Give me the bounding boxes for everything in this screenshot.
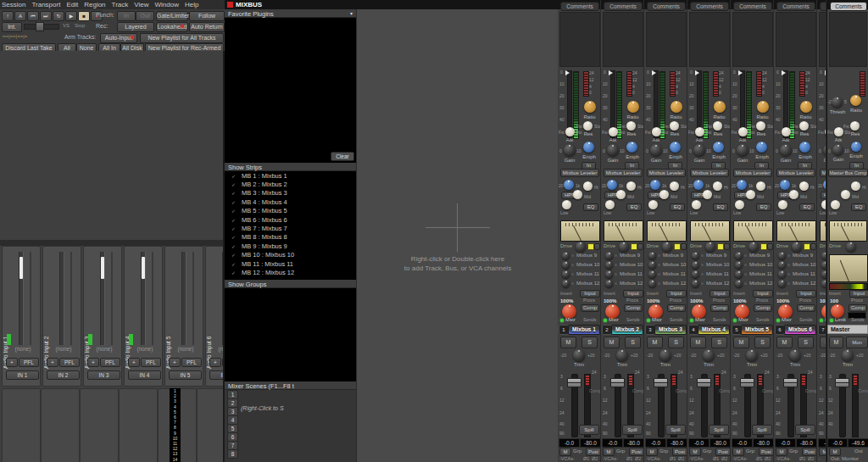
eq-hi-knob[interactable] bbox=[583, 181, 593, 191]
pan-knob[interactable] bbox=[821, 304, 826, 319]
ratio-knob[interactable] bbox=[584, 101, 596, 113]
attack-knob[interactable] bbox=[834, 127, 843, 136]
gate-limiter-button[interactable]: Gate/Limiter bbox=[156, 11, 188, 21]
input-button[interactable]: IN 4 bbox=[128, 370, 161, 380]
trim-knob[interactable] bbox=[746, 349, 758, 361]
send-knob[interactable] bbox=[605, 252, 613, 259]
recorder-fader-track[interactable] bbox=[181, 252, 186, 345]
send-knob[interactable] bbox=[648, 280, 656, 287]
tape-sat-led[interactable] bbox=[674, 243, 681, 250]
polarity-2-button[interactable]: Ø2 bbox=[808, 456, 814, 461]
hpf-knob[interactable] bbox=[607, 180, 617, 190]
attack-knob[interactable] bbox=[652, 127, 661, 136]
release-knob[interactable] bbox=[670, 121, 679, 131]
metering-button[interactable]: M bbox=[819, 448, 826, 456]
eq-hi-knob[interactable] bbox=[713, 181, 722, 191]
input-button[interactable]: IN 2 bbox=[47, 370, 80, 380]
polarity-2-button[interactable]: Ø2 bbox=[592, 456, 598, 461]
spill-button[interactable]: Spill bbox=[579, 425, 599, 435]
group-button[interactable]: Grp bbox=[746, 448, 754, 454]
trim-knob[interactable] bbox=[616, 349, 628, 361]
mixer-scene-row[interactable]: 7 bbox=[225, 441, 356, 449]
spill-button[interactable]: Spill bbox=[622, 425, 643, 435]
menu-item[interactable]: Region bbox=[84, 1, 105, 8]
comp-button[interactable]: Comp bbox=[849, 304, 867, 312]
gain-readout[interactable]: -0.0 bbox=[732, 438, 753, 448]
post-button[interactable]: Post bbox=[629, 448, 644, 456]
send-knob[interactable] bbox=[562, 261, 570, 269]
solo-button[interactable]: S bbox=[668, 337, 684, 348]
makeup-gain-knob[interactable] bbox=[693, 144, 705, 156]
strip-list-item[interactable]: ✓ MB 2 : Mixbus 2 bbox=[225, 180, 356, 188]
send-knob[interactable] bbox=[692, 252, 699, 259]
drive-knob[interactable] bbox=[576, 242, 586, 252]
send-knob[interactable] bbox=[605, 270, 613, 278]
spill-button[interactable]: Spill bbox=[665, 425, 686, 435]
thresh-knob[interactable] bbox=[832, 97, 843, 108]
processor-box[interactable] bbox=[689, 12, 730, 67]
eq-in-button[interactable]: EQ bbox=[583, 203, 598, 211]
eq-low-knob[interactable] bbox=[831, 200, 840, 209]
mixer-scene-row[interactable]: 8 bbox=[225, 449, 356, 458]
comp-button[interactable]: Comp bbox=[624, 304, 643, 312]
input-button[interactable]: Input bbox=[580, 290, 600, 298]
emphasis-knob[interactable] bbox=[670, 142, 681, 153]
width-label[interactable]: 100% bbox=[820, 298, 826, 303]
pfl-button[interactable]: PFL bbox=[141, 358, 161, 367]
trim-knob[interactable] bbox=[703, 349, 715, 361]
group-button[interactable]: Grp bbox=[616, 448, 625, 454]
eq-in-button[interactable]: EQ bbox=[713, 203, 728, 211]
gain-readout[interactable]: -0.0 bbox=[818, 438, 826, 448]
leveler-fader-handle[interactable] bbox=[782, 70, 786, 75]
polarity-1-button[interactable]: Ø1 bbox=[756, 456, 762, 461]
eq-in-button[interactable]: EQ bbox=[756, 203, 771, 211]
attack-knob[interactable] bbox=[609, 127, 618, 136]
solo-button[interactable]: S bbox=[754, 337, 771, 348]
solo-button[interactable]: S bbox=[581, 337, 598, 348]
release-knob[interactable] bbox=[756, 121, 765, 131]
comp-button[interactable]: Comp bbox=[667, 304, 686, 312]
send-knob[interactable] bbox=[735, 261, 743, 269]
leveler-mode-button[interactable]: Mixbus Leveler bbox=[604, 169, 643, 177]
comments-button[interactable]: Comments bbox=[733, 2, 772, 11]
strip-name-button[interactable]: Mixbus 3 bbox=[654, 325, 687, 335]
eq-in-button[interactable]: EQ bbox=[799, 203, 815, 211]
processor-box[interactable] bbox=[559, 12, 600, 67]
comp-button[interactable]: Comp bbox=[710, 304, 729, 312]
attack-knob[interactable] bbox=[695, 127, 704, 136]
track-number-list[interactable]: 1234567891011121314 bbox=[170, 388, 181, 462]
attack-knob[interactable] bbox=[565, 127, 575, 136]
solo-button[interactable]: S bbox=[625, 337, 641, 348]
punch-out-button[interactable]: Out bbox=[136, 11, 154, 21]
send-knob[interactable] bbox=[648, 261, 656, 269]
spill-button[interactable]: Spill bbox=[795, 425, 815, 435]
menu-item[interactable]: Track bbox=[112, 1, 129, 8]
processor-box[interactable] bbox=[819, 12, 826, 67]
checkbox-icon[interactable]: ✓ bbox=[231, 225, 238, 231]
send-knob[interactable] bbox=[778, 252, 786, 259]
input-button[interactable]: Input bbox=[849, 290, 868, 298]
fader-handle[interactable] bbox=[835, 378, 849, 387]
metering-button[interactable]: M bbox=[559, 448, 571, 456]
peak-readout[interactable]: -49.6 bbox=[848, 438, 868, 448]
leveler-fader-handle[interactable] bbox=[652, 70, 656, 75]
polarity-1-button[interactable]: Ø1 bbox=[670, 456, 676, 461]
eq-hi-knob[interactable] bbox=[799, 181, 809, 191]
eq-hi-knob[interactable] bbox=[670, 181, 679, 191]
send-knob[interactable] bbox=[778, 261, 786, 269]
polarity-2-button[interactable]: Ø2 bbox=[635, 456, 641, 461]
tape-sat-led[interactable] bbox=[587, 243, 594, 250]
spill-button[interactable]: Spill bbox=[709, 425, 729, 435]
checkbox-icon[interactable]: ✓ bbox=[231, 234, 238, 240]
drive-option-button[interactable] bbox=[767, 243, 773, 250]
checkbox-icon[interactable]: ✓ bbox=[231, 190, 238, 196]
processor-box[interactable] bbox=[829, 12, 867, 67]
release-knob[interactable] bbox=[583, 121, 593, 131]
hpf-knob[interactable] bbox=[693, 180, 704, 190]
metering-button[interactable]: M bbox=[732, 448, 744, 456]
send-knob[interactable] bbox=[821, 261, 826, 269]
hpf-button[interactable]: HPF bbox=[821, 192, 826, 199]
fader-handle[interactable] bbox=[697, 378, 711, 387]
trim-knob[interactable] bbox=[573, 349, 585, 361]
send-knob[interactable] bbox=[648, 252, 656, 259]
